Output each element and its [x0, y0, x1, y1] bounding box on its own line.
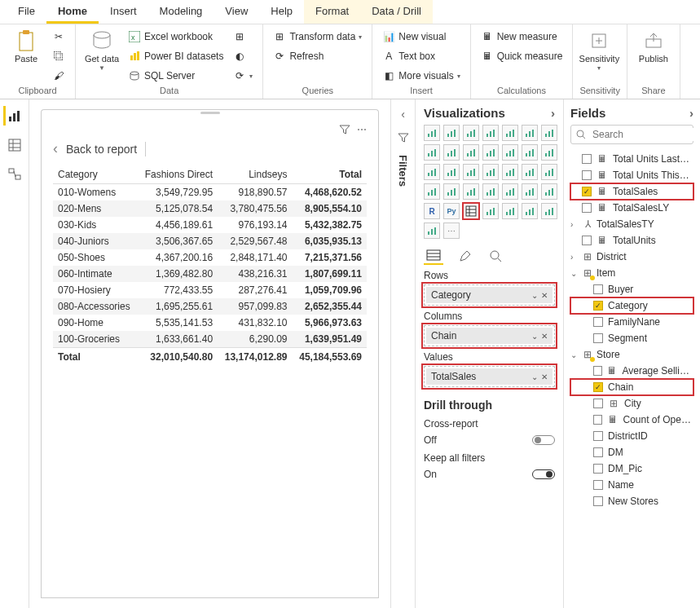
more-visuals-button[interactable]: ◧More visuals▾: [379, 67, 463, 85]
chevron-down-icon[interactable]: ⌄: [531, 291, 538, 300]
table-row[interactable]: 070-Hosiery772,433.55287,276.411,059,709…: [53, 282, 367, 298]
table-icon[interactable]: [522, 183, 538, 200]
model-view-button[interactable]: [5, 165, 24, 184]
donut-icon[interactable]: [463, 164, 479, 180]
expand-filters-button[interactable]: ‹: [401, 108, 405, 121]
slicer-icon[interactable]: [502, 183, 518, 200]
table-row[interactable]: 080-Accessories1,695,255.61957,099.832,6…: [53, 298, 367, 315]
ribbon-icon[interactable]: [502, 144, 518, 161]
cut-button[interactable]: ✂: [49, 28, 68, 46]
field-new-stores[interactable]: New Stores: [570, 493, 693, 509]
kpi-icon[interactable]: [482, 183, 499, 200]
field-districtid[interactable]: DistrictID: [570, 428, 693, 444]
azure-map-icon[interactable]: [541, 164, 557, 180]
clustered-column-icon[interactable]: [482, 125, 499, 141]
stacked-area-icon[interactable]: [443, 144, 460, 161]
table-row[interactable]: 100-Groceries1,633,661.406,290.091,639,9…: [53, 331, 367, 348]
stacked-bar-icon[interactable]: [424, 125, 440, 141]
col-header[interactable]: Total: [293, 165, 367, 184]
field-segment[interactable]: Segment: [570, 330, 693, 346]
field-name[interactable]: Name: [570, 477, 693, 493]
field-total-units-this[interactable]: 🖩Total Units This…: [570, 167, 693, 183]
search-input[interactable]: [591, 128, 700, 141]
scatter-icon[interactable]: [424, 164, 440, 180]
field-count-open[interactable]: 🖩Count of Open…: [570, 412, 693, 428]
sensitivity-button[interactable]: Sensitivity ▾: [579, 28, 619, 74]
field-avg-selling[interactable]: 🖩Average Selling…: [570, 363, 693, 379]
qna-icon[interactable]: [502, 203, 518, 219]
data-view-button[interactable]: [5, 135, 24, 155]
remove-field-icon[interactable]: ✕: [541, 291, 548, 300]
copy-button[interactable]: ⿻: [49, 47, 68, 65]
col-header[interactable]: Category: [53, 165, 138, 184]
tab-insert[interactable]: Insert: [99, 0, 148, 24]
drag-handle[interactable]: [200, 112, 220, 114]
table-row[interactable]: 060-Intimate1,369,482.80438,216.311,807,…: [53, 266, 367, 282]
report-view-button[interactable]: [3, 106, 23, 126]
enter-data-button[interactable]: ⊞: [230, 28, 256, 46]
tab-format[interactable]: Format: [304, 0, 360, 24]
format-painter-button[interactable]: 🖌: [49, 67, 68, 85]
paginated-icon[interactable]: [522, 203, 538, 219]
field-dm[interactable]: DM: [570, 444, 693, 460]
table-row[interactable]: 010-Womens3,549,729.95918,890.574,468,62…: [53, 184, 367, 201]
col-header[interactable]: Lindseys: [218, 165, 292, 184]
arc-gis-icon[interactable]: [424, 222, 440, 239]
chevron-down-icon[interactable]: ⌄: [531, 332, 538, 341]
fields-search[interactable]: [570, 125, 693, 144]
table-district[interactable]: ›⊞District: [570, 249, 693, 265]
table-row[interactable]: 020-Mens5,125,078.543,780,475.568,905,55…: [53, 200, 367, 217]
stacked-column-icon[interactable]: [443, 125, 460, 141]
col-header[interactable]: Fashions Direct: [138, 165, 218, 184]
field-familyname[interactable]: FamilyNane: [570, 314, 693, 330]
collapse-pane-button[interactable]: ›: [551, 106, 555, 120]
cross-report-toggle[interactable]: [532, 435, 555, 445]
r-visual-icon[interactable]: R: [424, 203, 440, 219]
tab-file[interactable]: File: [7, 0, 46, 24]
matrix-visual[interactable]: Category Fashions Direct Lindseys Total …: [53, 165, 367, 365]
pie-icon[interactable]: [443, 164, 460, 180]
key-influencers-icon[interactable]: [463, 203, 479, 219]
powerapps-icon[interactable]: ⋯: [443, 222, 460, 239]
remove-field-icon[interactable]: ✕: [541, 372, 548, 381]
treemap-icon[interactable]: [482, 164, 499, 180]
field-totalunits[interactable]: 🖩TotalUnits: [570, 232, 693, 249]
clustered-bar-icon[interactable]: [463, 125, 479, 141]
field-dm-pic[interactable]: DM_Pic: [570, 460, 693, 477]
gauge-icon[interactable]: [424, 183, 440, 200]
analytics-tab[interactable]: [486, 247, 505, 265]
recent-sources-button[interactable]: ⟳▾: [230, 67, 256, 85]
tab-home[interactable]: Home: [46, 0, 99, 24]
100-bar-icon[interactable]: [502, 125, 518, 141]
waterfall-icon[interactable]: [522, 144, 538, 161]
field-chip-totalsales[interactable]: TotalSales ⌄✕: [426, 368, 553, 385]
table-totalsalesty[interactable]: ›⅄TotalSalesTY: [570, 216, 693, 232]
excel-workbook-button[interactable]: xExcel workbook: [125, 28, 227, 46]
area-icon[interactable]: [424, 144, 440, 161]
tab-view[interactable]: View: [214, 0, 259, 24]
collapse-pane-button[interactable]: ›: [689, 106, 693, 120]
matrix-icon[interactable]: [541, 183, 557, 200]
get-data-button[interactable]: Get data ▼: [82, 28, 121, 74]
sql-server-button[interactable]: SQL Server: [125, 67, 227, 85]
new-measure-button[interactable]: 🖩New measure: [478, 28, 566, 46]
back-arrow-icon[interactable]: ‹: [53, 140, 58, 157]
paste-button[interactable]: Paste: [7, 28, 46, 65]
refresh-button[interactable]: ⟳Refresh: [270, 47, 365, 65]
card-icon[interactable]: [443, 183, 460, 200]
chevron-down-icon[interactable]: ⌄: [531, 372, 538, 381]
table-total-row[interactable]: Total32,010,540.8013,174,012.8945,184,55…: [53, 348, 367, 366]
remove-field-icon[interactable]: ✕: [541, 332, 548, 341]
line-clustered-column-icon[interactable]: [482, 144, 499, 161]
python-visual-icon[interactable]: Py: [443, 203, 460, 219]
line-stacked-column-icon[interactable]: [463, 144, 479, 161]
field-chip-category[interactable]: Category ⌄✕: [426, 287, 553, 303]
columns-field-well[interactable]: Chain ⌄✕: [424, 325, 555, 346]
values-field-well[interactable]: TotalSales ⌄✕: [424, 366, 555, 387]
field-chain[interactable]: ✓Chain: [570, 379, 693, 395]
table-row[interactable]: 040-Juniors3,506,367.652,529,567.486,035…: [53, 233, 367, 249]
field-category[interactable]: ✓Category: [570, 297, 693, 314]
more-options-icon[interactable]: ⋯: [357, 124, 367, 135]
quick-measure-button[interactable]: 🖩Quick measure: [478, 47, 566, 65]
transform-data-button[interactable]: ⊞Transform data▾: [270, 28, 365, 46]
